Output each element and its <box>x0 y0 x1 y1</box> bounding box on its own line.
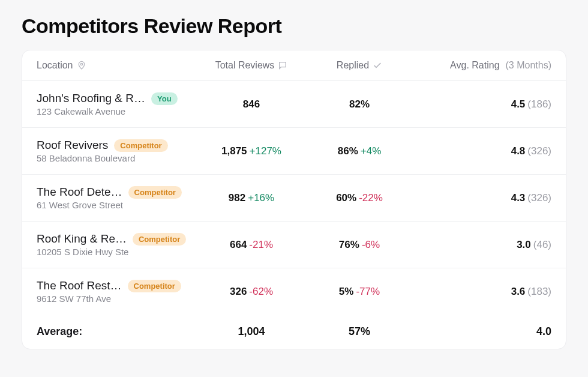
rating-value: 4.3 <box>511 192 526 204</box>
chat-bubble-icon <box>278 61 287 70</box>
header-location-label: Location <box>37 60 73 71</box>
svg-point-0 <box>80 63 82 65</box>
total-delta: -21% <box>249 239 273 250</box>
table-row: The Roof Rest… Competitor 9612 SW 77th A… <box>22 268 566 315</box>
replied-value: 60% <box>336 192 356 204</box>
average-rating: 4.0 <box>413 325 551 338</box>
location-address: 58 Beladonna Boulevard <box>37 153 197 163</box>
rating-value: 3.0 <box>517 239 531 250</box>
header-replied-label: Replied <box>337 60 369 71</box>
header-rating-suffix: (3 Months) <box>506 60 551 71</box>
competitor-badge: Competitor <box>133 233 186 246</box>
competitor-badge: Competitor <box>114 139 167 152</box>
location-address: 123 Cakewalk Avenue <box>37 106 197 116</box>
location-address: 10205 S Dixie Hwy Ste <box>37 247 197 257</box>
report-table: Location Total Reviews Replied <box>22 50 566 349</box>
total-delta: -62% <box>249 286 273 297</box>
total-cell: 1,875+127% <box>197 145 305 157</box>
location-pin-icon <box>77 61 86 70</box>
table-row: Roof Revivers Competitor 58 Beladonna Bo… <box>22 128 566 175</box>
replied-cell: 82% <box>305 98 413 110</box>
rating-cell: 4.5(186) <box>413 98 551 110</box>
location-cell: The Roof Dete… Competitor 61 West Grove … <box>37 185 197 210</box>
table-row: Roof King & Re… Competitor 10205 S Dixie… <box>22 222 566 268</box>
header-total: Total Reviews <box>197 60 305 71</box>
header-location: Location <box>37 60 197 71</box>
rating-count: (46) <box>533 239 551 250</box>
replied-value: 76% <box>339 239 359 250</box>
rating-cell: 4.3(326) <box>413 192 551 204</box>
replied-delta: -6% <box>362 239 380 250</box>
location-address: 9612 SW 77th Ave <box>37 294 197 304</box>
header-total-label: Total Reviews <box>215 60 275 71</box>
total-cell: 846 <box>197 98 305 110</box>
rating-cell: 3.0(46) <box>413 239 551 251</box>
average-label: Average: <box>37 325 197 338</box>
replied-cell: 60%-22% <box>305 192 413 204</box>
total-value: 326 <box>230 286 247 297</box>
replied-value: 82% <box>349 98 370 110</box>
location-name: The Roof Dete… <box>37 185 122 199</box>
table-row: The Roof Dete… Competitor 61 West Grove … <box>22 175 566 222</box>
check-icon <box>373 61 382 70</box>
replied-cell: 76%-6% <box>305 239 413 251</box>
replied-value: 86% <box>338 145 358 157</box>
average-total: 1,004 <box>197 325 305 338</box>
total-cell: 664-21% <box>197 239 305 251</box>
location-name: John's Roofing & R… <box>37 92 145 105</box>
location-name: Roof King & Re… <box>37 232 127 246</box>
header-rating: Avg. Rating (3 Months) <box>413 60 551 71</box>
total-delta: +127% <box>250 145 281 157</box>
location-cell: Roof King & Re… Competitor 10205 S Dixie… <box>37 232 197 257</box>
total-value: 846 <box>243 98 260 110</box>
you-badge: You <box>151 92 178 105</box>
location-cell: The Roof Rest… Competitor 9612 SW 77th A… <box>37 279 197 304</box>
replied-cell: 86%+4% <box>305 145 413 157</box>
average-row: Average: 1,004 57% 4.0 <box>22 315 566 349</box>
competitor-badge: Competitor <box>128 280 181 292</box>
rating-value: 4.5 <box>511 98 526 110</box>
rating-count: (326) <box>527 145 551 157</box>
average-replied: 57% <box>305 325 413 338</box>
page-title: Competitors Review Report <box>22 14 566 38</box>
replied-delta: -22% <box>359 192 383 204</box>
replied-delta: -77% <box>356 286 380 297</box>
total-value: 1,875 <box>221 145 247 157</box>
location-cell: John's Roofing & R… You 123 Cakewalk Ave… <box>37 92 197 116</box>
total-delta: +16% <box>248 192 274 204</box>
rating-count: (186) <box>527 98 551 110</box>
rating-value: 4.8 <box>511 145 526 157</box>
rating-cell: 4.8(326) <box>413 145 551 157</box>
total-cell: 982+16% <box>197 192 305 204</box>
header-replied: Replied <box>305 60 413 71</box>
location-name: The Roof Rest… <box>37 279 122 292</box>
location-address: 61 West Grove Street <box>37 200 197 210</box>
rating-count: (326) <box>527 192 551 204</box>
rating-count: (183) <box>527 286 551 297</box>
total-value: 982 <box>229 192 245 204</box>
replied-value: 5% <box>339 286 354 297</box>
replied-delta: +4% <box>361 145 382 157</box>
table-header: Location Total Reviews Replied <box>22 50 566 81</box>
total-value: 664 <box>230 239 247 250</box>
header-rating-label: Avg. Rating <box>450 60 499 71</box>
rating-value: 3.6 <box>511 286 526 297</box>
location-name: Roof Revivers <box>37 139 108 152</box>
replied-cell: 5%-77% <box>305 286 413 298</box>
competitor-badge: Competitor <box>128 186 182 199</box>
rating-cell: 3.6(183) <box>413 286 551 298</box>
total-cell: 326-62% <box>197 286 305 298</box>
table-row: John's Roofing & R… You 123 Cakewalk Ave… <box>22 81 566 128</box>
location-cell: Roof Revivers Competitor 58 Beladonna Bo… <box>37 139 197 163</box>
